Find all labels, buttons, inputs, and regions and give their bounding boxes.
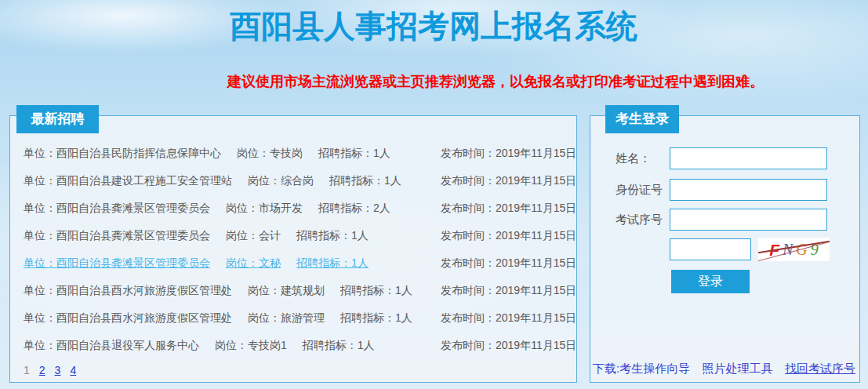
post-value: 专技岗 xyxy=(270,147,303,159)
post-value: 建筑规划 xyxy=(281,284,325,296)
quota-value: 1人 xyxy=(395,311,412,324)
post-value: 综合岗 xyxy=(281,174,314,187)
quota-label: 招聘指标： xyxy=(296,256,351,269)
quota-value: 2人 xyxy=(373,202,390,214)
unit-value: 酉阳自治县龚滩景区管理委员会 xyxy=(56,256,210,269)
login-tab: 考生登录 xyxy=(605,105,679,133)
unit-label: 单位： xyxy=(24,256,56,269)
unit-value: 酉阳自治县退役军人服务中心 xyxy=(56,339,199,351)
unit-label: 单位： xyxy=(24,339,56,351)
quota-value: 1人 xyxy=(351,256,369,269)
job-list-item[interactable]: 单位：酉阳自治县建设工程施工安全管理站岗位：综合岗招聘指标：1人 发布时间：20… xyxy=(10,167,576,194)
post-label: 岗位： xyxy=(248,174,281,187)
post-value: 旅游管理 xyxy=(281,311,325,324)
name-field-row: 姓名： xyxy=(590,147,859,171)
unit-label: 单位： xyxy=(24,311,56,324)
publish-date: 发布时间：2019年11月15日 xyxy=(441,277,576,304)
page-number-link-4[interactable]: 4 xyxy=(70,364,76,376)
job-list-item[interactable]: 单位：酉阳自治县龚滩景区管理委员会岗位：市场开发招聘指标：2人 发布时间：201… xyxy=(10,194,576,222)
unit-label: 单位： xyxy=(24,202,56,214)
job-list-item-highlighted[interactable]: 单位：酉阳自治县龚滩景区管理委员会岗位：文秘招聘指标：1人 发布时间：2019年… xyxy=(10,249,576,277)
photo-tool-link[interactable]: 照片处理工具 xyxy=(703,362,773,376)
publish-date: 发布时间：2019年11月15日 xyxy=(441,249,576,277)
unit-value: 酉阳自治县酉水河旅游度假区管理处 xyxy=(56,311,232,324)
post-label: 岗位： xyxy=(226,229,259,242)
job-list: 单位：酉阳自治县民防指挥信息保障中心岗位：专技岗招聘指标：1人 发布时间：201… xyxy=(10,116,576,376)
publish-date: 发布时间：2019年11月15日 xyxy=(441,332,576,359)
exam-no-field-row: 考试序号 xyxy=(590,209,859,232)
exam-no-input[interactable] xyxy=(670,209,827,231)
unit-value: 酉阳自治县酉水河旅游度假区管理处 xyxy=(56,284,232,296)
job-list-item[interactable]: 单位：酉阳自治县龚滩景区管理委员会岗位：会计招聘指标：1人 发布时间：2019年… xyxy=(10,222,576,249)
id-number-label: 身份证号 xyxy=(616,179,663,201)
job-list-item[interactable]: 单位：酉阳自治县退役军人服务中心岗位：专技岗1招聘指标：1人 发布时间：2019… xyxy=(10,332,576,359)
job-list-item[interactable]: 单位：酉阳自治县酉水河旅游度假区管理处岗位：建筑规划招聘指标：1人 发布时间：2… xyxy=(10,277,576,304)
post-label: 岗位： xyxy=(248,311,281,324)
quota-value: 1人 xyxy=(373,147,390,159)
publish-date: 发布时间：2019年11月15日 xyxy=(441,194,576,222)
unit-label: 单位： xyxy=(24,229,56,242)
id-field-row: 身份证号 xyxy=(590,179,859,202)
unit-value: 酉阳自治县建设工程施工安全管理站 xyxy=(56,174,232,187)
login-panel: 考生登录 姓名： 身份证号 考试序号 F N G 9 登录 xyxy=(590,115,860,383)
job-list-item[interactable]: 单位：酉阳自治县酉水河旅游度假区管理处岗位：旅游管理招聘指标：1人 发布时间：2… xyxy=(10,304,576,332)
captcha-row: F N G 9 xyxy=(590,238,859,262)
quota-label: 招聘指标： xyxy=(318,202,373,214)
publish-date: 发布时间：2019年11月15日 xyxy=(441,304,576,332)
post-label: 岗位： xyxy=(215,339,248,351)
exam-no-label: 考试序号 xyxy=(616,209,663,231)
name-input[interactable] xyxy=(670,147,827,169)
quota-label: 招聘指标： xyxy=(340,284,395,296)
quota-label: 招聘指标： xyxy=(318,147,373,159)
unit-label: 单位： xyxy=(24,147,56,159)
unit-value: 酉阳自治县龚滩景区管理委员会 xyxy=(56,229,210,242)
post-value: 专技岗1 xyxy=(248,339,287,351)
quota-value: 1人 xyxy=(395,284,412,296)
job-list-item[interactable]: 单位：酉阳自治县民防指挥信息保障中心岗位：专技岗招聘指标：1人 发布时间：201… xyxy=(10,140,576,167)
quota-value: 1人 xyxy=(358,339,375,351)
retrieve-exam-no-link[interactable]: 找回考试序号 xyxy=(785,362,855,376)
unit-value: 酉阳自治县民防指挥信息保障中心 xyxy=(56,147,221,159)
quota-label: 招聘指标： xyxy=(340,311,395,324)
browser-notice: 建议使用市场主流浏览器或主页推荐浏览器，以免报名或打印准考证过程中遇到困难。 xyxy=(227,72,764,91)
name-label: 姓名： xyxy=(616,147,651,169)
post-label: 岗位： xyxy=(226,256,259,269)
captcha-image[interactable]: F N G 9 xyxy=(758,238,830,261)
unit-value: 酉阳自治县龚滩景区管理委员会 xyxy=(56,202,210,214)
post-label: 岗位： xyxy=(237,147,270,159)
post-label: 岗位： xyxy=(248,284,281,296)
publish-date: 发布时间：2019年11月15日 xyxy=(441,140,576,167)
login-footer-links: 下载:考生操作向导 照片处理工具 找回考试序号 xyxy=(593,362,855,376)
download-guide-link[interactable]: 下载:考生操作向导 xyxy=(593,362,690,376)
quota-label: 招聘指标： xyxy=(303,339,358,351)
page-title: 酉阳县人事招考网上报名系统 xyxy=(230,5,637,48)
post-label: 岗位： xyxy=(226,202,259,214)
latest-jobs-tab: 最新招聘 xyxy=(16,105,99,133)
post-value: 文秘 xyxy=(259,256,281,269)
login-button[interactable]: 登录 xyxy=(671,270,750,293)
captcha-char: N xyxy=(783,242,793,257)
unit-label: 单位： xyxy=(24,284,56,296)
quota-value: 1人 xyxy=(351,229,369,242)
unit-label: 单位： xyxy=(24,174,56,187)
page-number-link-3[interactable]: 3 xyxy=(55,364,61,376)
page: 酉阳县人事招考网上报名系统 建议使用市场主流浏览器或主页推荐浏览器，以免报名或打… xyxy=(0,0,868,389)
publish-date: 发布时间：2019年11月15日 xyxy=(441,167,576,194)
quota-label: 招聘指标： xyxy=(296,229,351,242)
post-value: 会计 xyxy=(259,229,281,242)
post-value: 市场开发 xyxy=(259,202,303,214)
latest-jobs-panel: 最新招聘 单位：酉阳自治县民防指挥信息保障中心岗位：专技岗招聘指标：1人 发布时… xyxy=(9,115,577,383)
page-number-current: 1 xyxy=(24,364,30,376)
pagination: 1 2 3 4 xyxy=(24,364,576,376)
quota-value: 1人 xyxy=(384,174,401,187)
publish-date: 发布时间：2019年11月15日 xyxy=(441,222,576,249)
captcha-input[interactable] xyxy=(670,238,751,260)
page-number-link-2[interactable]: 2 xyxy=(39,364,45,376)
quota-label: 招聘指标： xyxy=(329,174,384,187)
id-number-input[interactable] xyxy=(670,179,827,201)
